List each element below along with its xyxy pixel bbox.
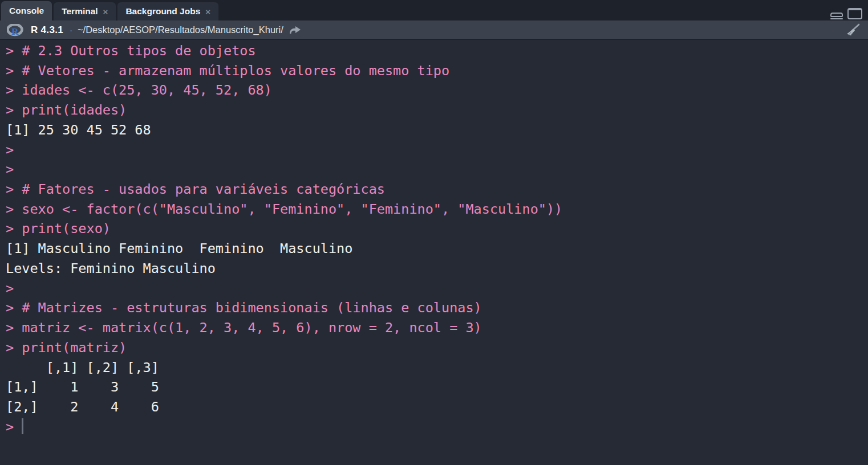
- clear-console-icon[interactable]: [845, 23, 860, 37]
- console-prompt: >: [6, 280, 22, 296]
- console-line-text: print(sexo): [22, 221, 111, 236]
- console-line-text: [,1] [,2] [,3]: [6, 360, 159, 376]
- rstudio-console-pane: Console × Terminal × Background Jobs × R…: [0, 0, 868, 465]
- minimize-icon: [830, 13, 843, 17]
- console-line: > [,1] [,2] [,3]: [6, 358, 868, 378]
- tab-console[interactable]: Console ×: [1, 1, 52, 21]
- console-prompt: >: [6, 419, 22, 435]
- console-line: >print(matriz): [6, 338, 868, 358]
- console-line-text: # 2.3 Outros tipos de objetos: [22, 43, 255, 59]
- console-line: ># 2.3 Outros tipos de objetos: [6, 41, 868, 61]
- console-line: >print(sexo): [6, 219, 868, 239]
- console-line: >matriz <- matrix(c(1, 2, 3, 4, 5, 6), n…: [6, 318, 868, 338]
- tab-terminal[interactable]: Terminal ×: [54, 2, 116, 21]
- console-line: >[1] Masculino Feminino Feminino Masculi…: [6, 239, 868, 259]
- console-line-text: matriz <- matrix(c(1, 2, 3, 4, 5, 6), nr…: [22, 320, 481, 336]
- text-cursor: [22, 418, 23, 434]
- console-line: >: [6, 417, 868, 437]
- console-line: ># Matrizes - estruturas bidimensionais …: [6, 298, 868, 318]
- header-separator: ·: [70, 25, 72, 35]
- console-prompt: >: [6, 161, 22, 177]
- r-logo-icon: R: [7, 24, 24, 36]
- working-directory-link[interactable]: ~/Desktop/AESOP/Resultados/Manuscrito_Kh…: [78, 25, 283, 35]
- tab-close-icon[interactable]: ×: [205, 7, 210, 16]
- console-prompt: >: [6, 82, 22, 98]
- r-version-label: R 4.3.1: [31, 25, 63, 36]
- console-line: >: [6, 160, 868, 180]
- console-line-text: # Fatores - usados para variáveis categó…: [22, 181, 385, 197]
- console-prompt: >: [6, 102, 22, 118]
- console-line: >Levels: Feminino Masculino: [6, 259, 868, 279]
- console-line-text: [1] 25 30 45 52 68: [6, 122, 151, 138]
- console-line-text: # Vetores - armazenam múltiplos valores …: [22, 63, 449, 79]
- console-prompt: >: [6, 300, 22, 316]
- console-prompt: >: [6, 142, 22, 158]
- console-prompt: >: [6, 181, 22, 197]
- console-line: >[1,] 1 3 5: [6, 377, 868, 397]
- tab-label: Console: [9, 6, 44, 16]
- console-header: R R 4.3.1 · ~/Desktop/AESOP/Resultados/M…: [0, 21, 868, 40]
- tab-label: Background Jobs: [125, 6, 200, 17]
- console-output-area[interactable]: ># 2.3 Outros tipos de objetos># Vetores…: [0, 40, 868, 465]
- console-prompt: >: [6, 221, 22, 236]
- console-line-text: [1,] 1 3 5: [6, 379, 159, 395]
- console-prompt: >: [6, 320, 22, 336]
- tab-close-icon[interactable]: ×: [103, 7, 108, 16]
- console-line-text: [2,] 2 4 6: [6, 399, 159, 415]
- maximize-icon: [847, 8, 862, 19]
- console-line: >[1] 25 30 45 52 68: [6, 120, 868, 140]
- pane-window-controls: [830, 8, 862, 19]
- console-line: ># Fatores - usados para variáveis categ…: [6, 180, 868, 199]
- console-line-text: [1] Masculino Feminino Feminino Masculin…: [6, 240, 352, 256]
- console-line: >sexo <- factor(c("Masculino", "Feminino…: [6, 199, 868, 219]
- console-line: >: [6, 279, 868, 299]
- tab-strip: Console × Terminal × Background Jobs ×: [0, 0, 220, 21]
- console-prompt: >: [6, 63, 22, 79]
- console-line: >print(idades): [6, 100, 868, 120]
- console-line-text: # Matrizes - estruturas bidimensionais (…: [22, 300, 481, 316]
- pane-tabbar: Console × Terminal × Background Jobs ×: [0, 0, 868, 21]
- console-line: ># Vetores - armazenam múltiplos valores…: [6, 61, 868, 81]
- maximize-pane-button[interactable]: [847, 8, 862, 19]
- goto-directory-icon[interactable]: [289, 25, 301, 35]
- minimize-pane-button[interactable]: [830, 13, 843, 20]
- console-line-text: print(matriz): [22, 340, 127, 356]
- console-line-text: idades <- c(25, 30, 45, 52, 68): [22, 82, 272, 98]
- console-line-text: print(idades): [22, 102, 127, 118]
- tab-background-jobs[interactable]: Background Jobs ×: [117, 2, 218, 21]
- svg-text:R: R: [11, 26, 19, 36]
- console-line: >idades <- c(25, 30, 45, 52, 68): [6, 80, 868, 100]
- console-prompt: >: [6, 340, 22, 356]
- tab-label: Terminal: [62, 6, 98, 17]
- console-prompt: >: [6, 43, 22, 59]
- console-line: >[2,] 2 4 6: [6, 397, 868, 417]
- console-line-text: Levels: Feminino Masculino: [6, 260, 216, 276]
- console-line-text: sexo <- factor(c("Masculino", "Feminino"…: [22, 201, 562, 217]
- console-prompt: >: [6, 201, 22, 217]
- console-line: >: [6, 140, 868, 160]
